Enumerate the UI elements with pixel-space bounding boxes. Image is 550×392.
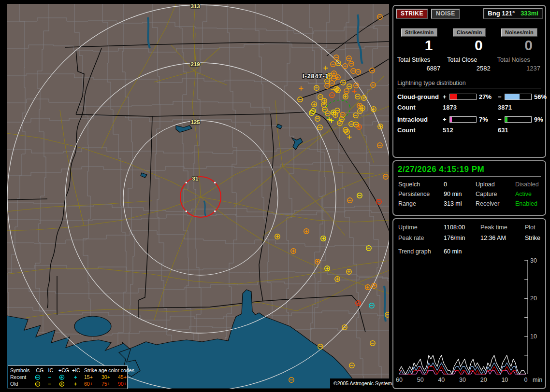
status-panel: 2/27/2026 4:15:19 PM Squelch 0 Upload Di… (392, 160, 546, 216)
legend-age-15plus: 15+ (84, 374, 101, 380)
noise-mode-button[interactable]: NOISE (431, 9, 460, 19)
uptime-value: 1108:00 (444, 224, 480, 231)
peak-rate-value: 176/min (444, 235, 480, 241)
map-legend: Symbols-CG-IC+CG+ICStrike age color code… (8, 365, 128, 389)
trend-x-tick-label: 0 (524, 377, 528, 383)
persistence-label: Persistence (398, 191, 444, 197)
trend-x-tick-label: 20 (480, 377, 487, 383)
close-per-min-value: 0 (475, 38, 483, 53)
noises-per-min-value: 0 (524, 38, 533, 53)
peak-rate-label: Peak rate (398, 235, 444, 241)
legend-col-negIC: -IC (46, 367, 58, 374)
plot-value: Strike (525, 235, 550, 241)
legend-col-posIC: +IC (72, 367, 84, 374)
trend-x-tick-label: 50 (417, 377, 424, 383)
close-per-min-chip: Close/min (453, 28, 486, 37)
close-ring-tick (214, 182, 216, 183)
close-ring-tick (186, 182, 187, 183)
cloud-ground-count-row: Count 1873 3871 (397, 104, 541, 111)
legend-symbol-icp-old (72, 381, 84, 387)
legend-row-label-recent: Recent (10, 374, 34, 380)
cg-pos-pct: 27% (477, 93, 498, 100)
intracloud-label: Intracloud (397, 116, 443, 123)
peak-time-label: Peak time (480, 224, 525, 231)
ic-pos-pct: 7% (477, 116, 498, 123)
trend-y-tick-label: 10 (530, 333, 537, 340)
strikes-per-min-chip: Strikes/min (401, 28, 437, 37)
range-ring-label: 313 (190, 4, 200, 9)
legend-symbol-cgp-old (58, 381, 72, 387)
range-value: 313 mi (444, 200, 476, 207)
squelch-label: Squelch (398, 181, 444, 188)
upload-status: Disabled (515, 181, 549, 188)
peak-time-value: 12:36 AM (480, 235, 525, 241)
legend-symbol-cgm-recent (34, 374, 46, 380)
ic-neg-sign: − (498, 116, 505, 123)
ic-neg-bar (505, 116, 532, 123)
legend-grid: Symbols-CG-IC+CG+ICStrike age color code… (10, 367, 126, 387)
range-ring-label: 125 (190, 119, 200, 125)
trend-series-cg-negative (399, 363, 526, 375)
trend-y-tick-label: 30 (530, 257, 537, 264)
total-noises-label: Total Noises (497, 56, 541, 63)
distribution-header: Lightning type distribution (397, 80, 541, 88)
trend-x-unit-label: min (533, 377, 542, 383)
trend-graph: 1020306050403020100min (394, 257, 546, 388)
cloud-ground-row: Cloud-ground + 27% − 56% (397, 93, 541, 100)
range-label: Range (398, 200, 444, 207)
close-counter: Close/min 0 Total Close 2582 (447, 28, 491, 72)
legend-row-label-old: Old (10, 380, 34, 387)
storm-cell-id-label: I-2847-1 (303, 73, 329, 80)
strike-mode-button[interactable]: STRIKE (396, 9, 428, 19)
trend-series-total-strikes (399, 355, 526, 374)
legend-age-90plus: 90+ (118, 380, 134, 387)
trend-x-tick-label: 40 (438, 377, 445, 383)
ic-pos-count: 512 (443, 126, 498, 134)
receiver-status: Enabled (515, 200, 549, 207)
cg-pos-sign: + (443, 93, 449, 100)
ic-neg-pct: 9% (532, 116, 550, 123)
ic-count-label: Count (397, 126, 443, 134)
total-noises-value: 1237 (526, 65, 540, 72)
trend-x-tick-label: 60 (396, 377, 403, 383)
legend-age-header: Strike age color codes (84, 367, 134, 374)
capture-label: Capture (476, 191, 515, 197)
trend-graph-row: Trend graph 60 min (398, 248, 540, 255)
trend-x-tick-label: 10 (501, 377, 508, 383)
legend-age-30plus: 30+ (101, 374, 118, 380)
total-strikes-label: Total Strikes (397, 56, 441, 63)
intracloud-count-row: Count 512 631 (397, 126, 541, 134)
status-grid: Squelch 0 Upload Disabled Persistence 90… (398, 181, 540, 207)
close-ring-tick (186, 210, 187, 212)
mode-button-row: STRIKE NOISE Bng 121° 333mi (396, 8, 543, 19)
cg-count-label: Count (397, 104, 443, 111)
persistence-value: 90 min (444, 191, 476, 197)
range-value: 333mi (521, 10, 538, 17)
legend-age-45plus: 45+ (118, 374, 134, 380)
plot-label: Plot (525, 224, 550, 231)
legend-symbol-cgm-old (34, 381, 46, 387)
close-ring-label: 31 (192, 176, 199, 182)
receiver-label: Receiver (476, 200, 515, 207)
cg-pos-bar (449, 94, 477, 100)
legend-symbol-cgp-recent (58, 374, 72, 380)
close-ring-tick (214, 210, 216, 212)
upload-label: Upload (476, 181, 515, 188)
bearing-value: Bng 121° (488, 10, 515, 17)
total-close-label: Total Close (447, 56, 491, 63)
trend-x-tick-label: 30 (459, 377, 466, 383)
range-ring-label: 219 (190, 61, 200, 67)
trend-graph-label: Trend graph (398, 248, 444, 255)
cg-neg-count: 3871 (498, 104, 546, 111)
legend-col-posCG: +CG (58, 367, 72, 374)
map-canvas: 31321912531 I-2847-1 (7, 4, 389, 389)
total-strikes-value: 6887 (426, 65, 440, 72)
cg-pos-count: 1873 (443, 104, 498, 111)
trend-panel: Uptime 1108:00 Peak time Plot Peak rate … (392, 218, 546, 389)
legend-symbol-icm-recent (46, 374, 58, 380)
uptime-grid: Uptime 1108:00 Peak time Plot Peak rate … (398, 224, 540, 241)
lightning-map[interactable]: 31321912531 I-2847-1 Symbols-CG-IC+CG+IC… (7, 4, 389, 389)
app-window: 31321912531 I-2847-1 Symbols-CG-IC+CG+IC… (0, 0, 550, 392)
strikes-counter: Strikes/min 1 Total Strikes 6887 (397, 28, 441, 72)
cg-neg-sign: − (498, 93, 505, 100)
